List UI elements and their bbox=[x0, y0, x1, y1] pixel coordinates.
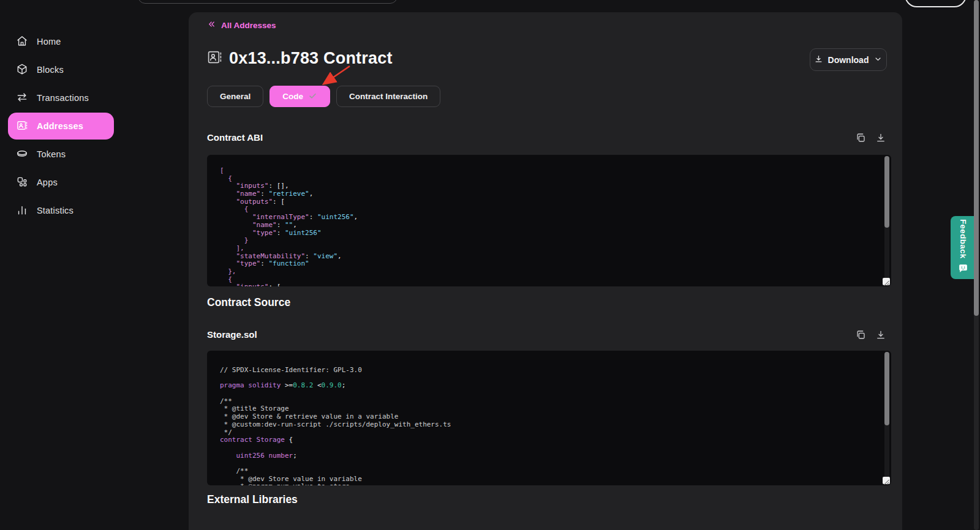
apps-grid-icon bbox=[16, 176, 28, 190]
page-title-row: 0x13...b783 Contract bbox=[207, 49, 393, 68]
contract-abi-code-block: [ { "inputs": [], "name": "retrieve", "o… bbox=[207, 155, 891, 286]
code-line: "type": "uint256" bbox=[220, 230, 883, 237]
code-line: [ bbox=[220, 167, 883, 175]
code-line: "inputs": [ bbox=[220, 283, 883, 286]
cube-icon bbox=[16, 63, 28, 77]
sidebar-item-home[interactable]: Home bbox=[8, 28, 114, 55]
code-line: }, bbox=[220, 268, 883, 276]
code-line: "type": "function" bbox=[220, 260, 883, 268]
code-line: * @custom:dev-run-script ./scripts/deplo… bbox=[220, 421, 883, 429]
page-title: 0x13...b783 Contract bbox=[229, 49, 393, 68]
download-button[interactable]: Download bbox=[810, 48, 887, 71]
check-icon bbox=[308, 91, 317, 102]
code-line: "inputs": [], bbox=[220, 182, 883, 190]
external-libraries-title: External Libraries bbox=[207, 493, 298, 506]
abi-scrollbar-thumb[interactable] bbox=[884, 156, 889, 228]
tab-bar: General Code Contract Interaction bbox=[207, 86, 440, 107]
source-file-name: Storage.sol bbox=[207, 329, 257, 340]
transfer-arrows-icon bbox=[16, 91, 28, 105]
code-line: uint256 number; bbox=[220, 452, 883, 460]
abi-actions bbox=[855, 132, 886, 143]
contact-card-icon bbox=[16, 119, 28, 133]
code-line: contract Storage { bbox=[220, 436, 883, 444]
bar-chart-icon bbox=[16, 204, 28, 218]
code-line: /** bbox=[220, 398, 883, 406]
download-icon bbox=[814, 54, 823, 65]
topbar-button[interactable] bbox=[905, 0, 967, 7]
abi-code: [ { "inputs": [], "name": "retrieve", "o… bbox=[220, 167, 883, 286]
sidebar-item-label: Blocks bbox=[37, 65, 64, 75]
search-input[interactable] bbox=[138, 0, 398, 4]
contract-source-title: Contract Source bbox=[207, 296, 290, 309]
download-icon[interactable] bbox=[875, 329, 886, 340]
sidebar-item-label: Tokens bbox=[37, 149, 66, 159]
tab-contract-interaction[interactable]: Contract Interaction bbox=[336, 86, 440, 107]
sidebar-item-label: Home bbox=[37, 37, 61, 47]
code-line bbox=[220, 390, 883, 398]
chevron-down-icon bbox=[873, 54, 883, 65]
resize-grip-icon[interactable] bbox=[883, 278, 890, 285]
breadcrumb-all-addresses[interactable]: All Addresses bbox=[207, 20, 276, 31]
copy-icon[interactable] bbox=[855, 132, 866, 143]
code-line: } bbox=[220, 237, 883, 245]
sidebar-item-label: Apps bbox=[37, 177, 58, 187]
home-icon bbox=[16, 35, 28, 49]
sidebar-item-label: Transactions bbox=[37, 93, 89, 103]
sidebar-item-tokens[interactable]: Tokens bbox=[8, 141, 114, 168]
code-line: { bbox=[220, 276, 883, 284]
code-line: pragma solidity >=0.8.2 <0.9.0; bbox=[220, 382, 883, 390]
code-line: // SPDX-License-Identifier: GPL-3.0 bbox=[220, 367, 883, 375]
code-line: "stateMutability": "view", bbox=[220, 253, 883, 261]
sidebar-item-blocks[interactable]: Blocks bbox=[8, 56, 114, 83]
feedback-label: Feedback bbox=[959, 219, 968, 259]
resize-grip-icon[interactable] bbox=[883, 477, 890, 484]
code-line bbox=[220, 460, 883, 468]
tab-general[interactable]: General bbox=[207, 86, 263, 107]
code-line: "outputs": [ bbox=[220, 198, 883, 206]
contract-abi-title: Contract ABI bbox=[207, 132, 263, 143]
copy-icon[interactable] bbox=[855, 329, 866, 340]
contact-card-icon bbox=[207, 50, 222, 67]
sidebar-item-addresses[interactable]: Addresses bbox=[8, 113, 114, 140]
code-line: { bbox=[220, 175, 883, 183]
page-scrollbar[interactable] bbox=[974, 0, 979, 530]
feedback-button[interactable]: Feedback bbox=[951, 216, 975, 279]
contract-source-code-block: // SPDX-License-Identifier: GPL-3.0 prag… bbox=[207, 351, 891, 485]
double-chevron-left-icon bbox=[207, 20, 216, 31]
chat-smiley-icon bbox=[958, 263, 968, 276]
app-screen: Home Blocks Transactions Addresses Token… bbox=[0, 0, 980, 530]
code-line: "name": "retrieve", bbox=[220, 190, 883, 198]
page-scrollbar-thumb[interactable] bbox=[974, 0, 979, 316]
sidebar-item-label: Addresses bbox=[37, 121, 83, 131]
source-scrollbar[interactable] bbox=[884, 352, 889, 484]
sidebar-item-statistics[interactable]: Statistics bbox=[8, 197, 114, 224]
source-actions bbox=[855, 329, 886, 340]
source-code: // SPDX-License-Identifier: GPL-3.0 prag… bbox=[220, 367, 883, 485]
code-line bbox=[220, 444, 883, 452]
sidebar-item-label: Statistics bbox=[37, 206, 74, 215]
code-line: * @param num value to store bbox=[220, 483, 883, 485]
sidebar-item-transactions[interactable]: Transactions bbox=[8, 84, 114, 111]
code-line: "internalType": "uint256", bbox=[220, 214, 883, 222]
abi-scrollbar[interactable] bbox=[884, 156, 889, 285]
tab-code[interactable]: Code bbox=[270, 86, 330, 107]
sidebar-item-apps[interactable]: Apps bbox=[8, 169, 114, 196]
coin-icon bbox=[16, 147, 28, 162]
source-scrollbar-thumb[interactable] bbox=[884, 352, 889, 425]
sidebar: Home Blocks Transactions Addresses Token… bbox=[0, 27, 135, 225]
code-line: */ bbox=[220, 429, 883, 437]
download-icon[interactable] bbox=[875, 132, 886, 143]
